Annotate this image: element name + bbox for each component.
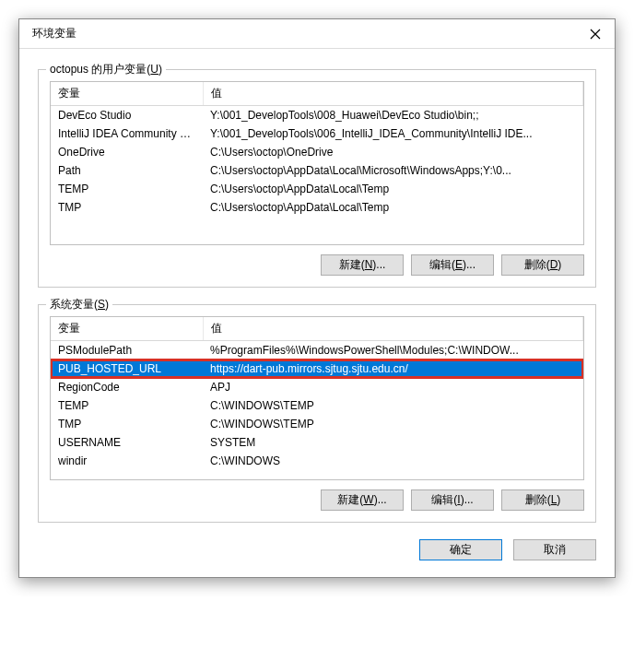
dialog-content: octopus 的用户变量(U) 变量 值 DevEco StudioY:\00… [19,49,615,577]
cell-name: TMP [51,198,203,217]
cell-value: APJ [203,378,583,396]
table-row[interactable]: PUB_HOSTED_URLhttps://dart-pub.mirrors.s… [51,360,583,378]
cell-value: https://dart-pub.mirrors.sjtug.sjtu.edu.… [203,360,583,378]
table-row[interactable]: IntelliJ IDEA Community E...Y:\001_Devel… [51,124,583,143]
cell-value: C:\WINDOWS\TEMP [203,415,583,433]
cell-value: SYSTEM [203,433,583,452]
cell-value: C:\Users\octop\AppData\Local\Temp [203,180,583,198]
col-header-name[interactable]: 变量 [51,317,203,341]
system-vars-label: 系统变量(S) [46,297,112,312]
cell-value: C:\WINDOWS [203,452,583,470]
table-row[interactable]: TMPC:\WINDOWS\TEMP [51,415,583,433]
table-row[interactable]: OneDriveC:\Users\octop\OneDrive [51,143,583,161]
sys-new-button[interactable]: 新建(W)... [321,489,404,511]
cell-value: C:\Users\octop\AppData\Local\Temp [203,198,583,217]
cell-name: RegionCode [51,378,203,396]
cell-name: TMP [51,415,203,433]
user-edit-button[interactable]: 编辑(E)... [411,254,494,276]
cell-value: C:\WINDOWS\TEMP [203,396,583,415]
user-vars-label: octopus 的用户变量(U) [46,62,166,77]
cell-value: Y:\001_DevelopTools\006_IntelliJ_IDEA_Co… [203,124,583,143]
cell-name: PSModulePath [51,341,203,360]
col-header-name[interactable]: 变量 [51,82,203,106]
table-row[interactable]: TEMPC:\WINDOWS\TEMP [51,396,583,415]
system-vars-group: 系统变量(S) 变量 值 PSModulePath%ProgramFiles%\… [38,304,596,523]
window-title: 环境变量 [32,26,76,41]
sys-delete-button[interactable]: 删除(L) [501,489,584,511]
table-row[interactable]: TEMPC:\Users\octop\AppData\Local\Temp [51,180,583,198]
cell-name: OneDrive [51,143,203,161]
user-delete-button[interactable]: 删除(D) [501,254,584,276]
cell-name: IntelliJ IDEA Community E... [51,124,203,143]
cell-name: windir [51,452,203,470]
sys-edit-button[interactable]: 编辑(I)... [411,489,494,511]
cell-name: DevEco Studio [51,106,203,125]
table-row[interactable]: TMPC:\Users\octop\AppData\Local\Temp [51,198,583,217]
env-vars-dialog: 环境变量 octopus 的用户变量(U) 变量 值 [18,18,616,578]
user-new-button[interactable]: 新建(N)... [321,254,404,276]
cell-value: C:\Users\octop\AppData\Local\Microsoft\W… [203,161,583,180]
table-row[interactable]: PathC:\Users\octop\AppData\Local\Microso… [51,161,583,180]
table-row[interactable]: DevEco StudioY:\001_DevelopTools\008_Hua… [51,106,583,125]
table-row[interactable]: PSModulePath%ProgramFiles%\WindowsPowerS… [51,341,583,360]
cell-value: C:\Users\octop\OneDrive [203,143,583,161]
table-row[interactable]: windirC:\WINDOWS [51,452,583,470]
cell-name: USERNAME [51,433,203,452]
user-vars-table[interactable]: 变量 值 DevEco StudioY:\001_DevelopTools\00… [50,81,584,245]
close-icon[interactable] [587,26,604,42]
table-row[interactable]: RegionCodeAPJ [51,378,583,396]
cell-name: TEMP [51,396,203,415]
cell-value: %ProgramFiles%\WindowsPowerShell\Modules… [203,341,583,360]
titlebar: 环境变量 [19,19,615,49]
cell-name: Path [51,161,203,180]
cell-name: PUB_HOSTED_URL [51,360,203,378]
cancel-button[interactable]: 取消 [513,539,596,560]
system-vars-table[interactable]: 变量 值 PSModulePath%ProgramFiles%\WindowsP… [50,316,584,480]
cell-value: Y:\001_DevelopTools\008_Huawei\DevEco St… [203,106,583,125]
dialog-buttons: 确定 取消 [38,539,596,560]
table-row[interactable]: USERNAMESYSTEM [51,433,583,452]
ok-button[interactable]: 确定 [419,539,502,560]
cell-name: TEMP [51,180,203,198]
col-header-value[interactable]: 值 [203,317,583,341]
user-vars-group: octopus 的用户变量(U) 变量 值 DevEco StudioY:\00… [38,69,596,288]
col-header-value[interactable]: 值 [203,82,583,106]
